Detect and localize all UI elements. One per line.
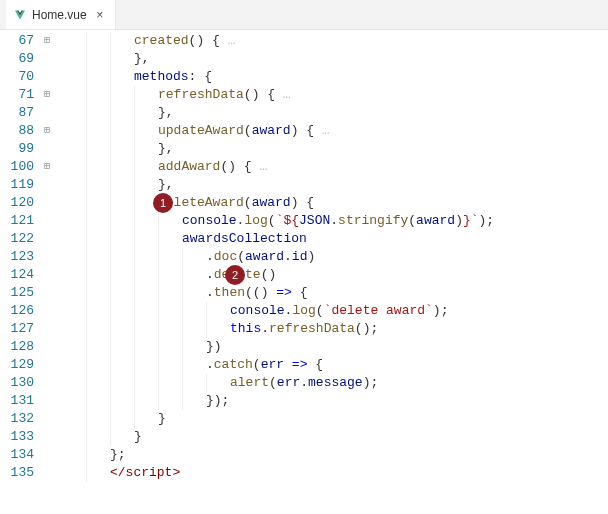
fold-marker[interactable]: ⊞ <box>38 122 56 140</box>
line-number: 135 <box>0 464 34 482</box>
fold-marker <box>38 50 56 68</box>
fold-marker[interactable]: ⊞ <box>38 158 56 176</box>
fold-marker <box>38 248 56 266</box>
line-number: 121 <box>0 212 34 230</box>
token: award <box>252 123 291 138</box>
code-line[interactable]: }); <box>62 392 608 410</box>
token: } <box>134 429 142 444</box>
token: . <box>206 285 214 300</box>
code-line[interactable]: refreshData() { … <box>62 86 608 104</box>
line-number: 120 <box>0 194 34 212</box>
line-number: 100 <box>0 158 34 176</box>
callout-badge-2: 2 <box>225 265 245 285</box>
line-number: 123 <box>0 248 34 266</box>
token: () { <box>244 87 275 102</box>
code-line[interactable]: }, <box>62 140 608 158</box>
code-line[interactable]: }, <box>62 50 608 68</box>
token: { <box>307 357 323 372</box>
code-line[interactable]: .catch(err => { <box>62 356 608 374</box>
tab-home-vue[interactable]: Home.vue × <box>6 0 116 29</box>
token: log <box>292 303 315 318</box>
fold-marker <box>38 356 56 374</box>
line-number: 127 <box>0 320 34 338</box>
callout-badge-1: 1 <box>153 193 173 213</box>
token: . <box>206 249 214 264</box>
fold-marker <box>38 194 56 212</box>
token: ( <box>253 357 261 372</box>
code-line[interactable]: updateAward(award) { … <box>62 122 608 140</box>
token: id <box>292 249 308 264</box>
code-line[interactable]: console.log(`delete award`); <box>62 302 608 320</box>
tab-filename: Home.vue <box>32 8 87 22</box>
token: ) <box>455 213 463 228</box>
token: }` <box>463 213 479 228</box>
tab-bar: Home.vue × <box>0 0 608 30</box>
token: refreshData <box>269 321 355 336</box>
fold-marker <box>38 428 56 446</box>
token: > <box>172 465 180 480</box>
token: ); <box>433 303 449 318</box>
code-line[interactable]: awardsCollection <box>62 230 608 248</box>
fold-marker <box>38 104 56 122</box>
line-number: 134 <box>0 446 34 464</box>
token: => <box>276 285 292 300</box>
token: ); <box>479 213 495 228</box>
code-editor[interactable]: 6769707187889910011912012112212312412512… <box>0 30 608 514</box>
code-line[interactable]: }, <box>62 176 608 194</box>
code-line[interactable]: methods: { <box>62 68 608 86</box>
code-line[interactable]: } <box>62 410 608 428</box>
line-number: 67 <box>0 32 34 50</box>
token: updateAward <box>158 123 244 138</box>
token: } <box>158 411 166 426</box>
token: this <box>230 321 261 336</box>
fold-marker <box>38 410 56 428</box>
code-area[interactable]: 1 2 created() { …},methods: {refreshData… <box>62 30 608 514</box>
token: ) { <box>291 195 314 210</box>
code-line[interactable]: </script> <box>62 464 608 482</box>
token: ( <box>408 213 416 228</box>
line-number: 131 <box>0 392 34 410</box>
token: }) <box>206 339 222 354</box>
token: created <box>134 33 189 48</box>
code-line[interactable]: created() { … <box>62 32 608 50</box>
code-line[interactable]: alert(err.message); <box>62 374 608 392</box>
token: . <box>206 267 214 282</box>
code-line[interactable]: .doc(award.id) <box>62 248 608 266</box>
line-number: 69 <box>0 50 34 68</box>
token: ( <box>316 303 324 318</box>
fold-marker <box>38 320 56 338</box>
code-line[interactable]: deleteAward(award) { <box>62 194 608 212</box>
code-line[interactable]: .delete() <box>62 266 608 284</box>
line-number: 132 <box>0 410 34 428</box>
token: ); <box>363 375 379 390</box>
token: methods <box>134 69 189 84</box>
token: then <box>214 285 245 300</box>
token: (() <box>245 285 276 300</box>
code-line[interactable]: }; <box>62 446 608 464</box>
code-line[interactable]: console.log(`${JSON.stringify(award)}`); <box>62 212 608 230</box>
line-number: 71 <box>0 86 34 104</box>
token: }, <box>134 51 150 66</box>
token: () { <box>189 33 220 48</box>
token: }; <box>110 447 126 462</box>
token: ) <box>307 249 315 264</box>
token: { <box>292 285 308 300</box>
fold-marker[interactable]: ⊞ <box>38 32 56 50</box>
token: console <box>230 303 285 318</box>
token: refreshData <box>158 87 244 102</box>
token: … <box>275 87 291 102</box>
fold-marker <box>38 284 56 302</box>
code-line[interactable]: .then(() => { <box>62 284 608 302</box>
token: award <box>416 213 455 228</box>
code-line[interactable]: this.refreshData(); <box>62 320 608 338</box>
token: err <box>277 375 300 390</box>
tab-close-icon[interactable]: × <box>93 8 107 22</box>
code-line[interactable]: }) <box>62 338 608 356</box>
code-line[interactable]: addAward() { … <box>62 158 608 176</box>
fold-marker <box>38 392 56 410</box>
fold-marker <box>38 176 56 194</box>
token: }, <box>158 105 174 120</box>
code-line[interactable]: }, <box>62 104 608 122</box>
fold-marker[interactable]: ⊞ <box>38 86 56 104</box>
code-line[interactable]: } <box>62 428 608 446</box>
